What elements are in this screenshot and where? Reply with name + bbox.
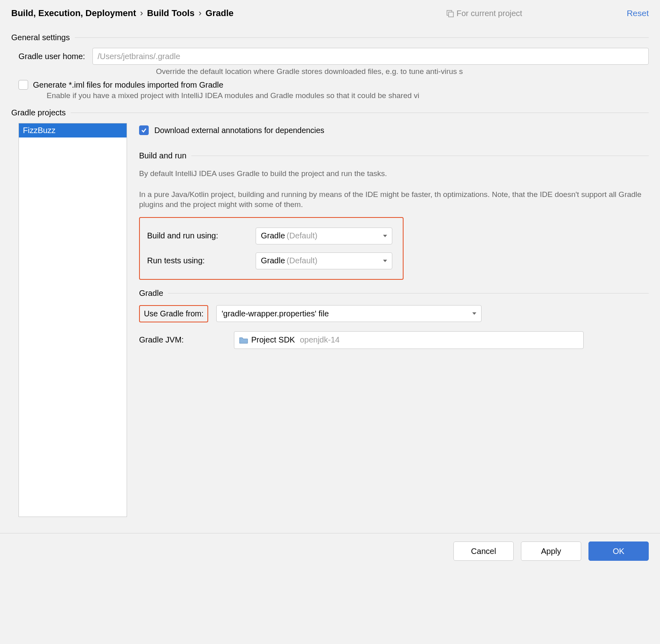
ok-button[interactable]: OK xyxy=(588,541,649,561)
gradle-section-header: Gradle xyxy=(139,289,649,298)
divider xyxy=(71,113,649,113)
generate-iml-hint: Enable if you have a mixed project with … xyxy=(47,91,649,100)
gradle-projects-section-header: Gradle projects xyxy=(11,108,649,117)
breadcrumb-level3[interactable]: Gradle xyxy=(205,8,234,18)
reset-link[interactable]: Reset xyxy=(627,8,649,18)
gradle-user-home-label: Gradle user home: xyxy=(18,52,85,61)
chevron-down-icon xyxy=(382,258,388,264)
gradle-jvm-select[interactable]: Project SDK openjdk-14 xyxy=(234,331,584,349)
apply-button[interactable]: Apply xyxy=(521,541,581,561)
divider xyxy=(168,293,649,293)
general-settings-section-header: General settings xyxy=(11,33,649,42)
generate-iml-checkbox[interactable] xyxy=(18,80,28,90)
gradle-jvm-value: Project SDK xyxy=(251,335,295,345)
gradle-projects-list[interactable]: FizzBuzz xyxy=(18,123,127,517)
build-run-desc1: By default IntelliJ IDEA uses Gradle to … xyxy=(139,168,649,179)
for-current-project-label: For current project xyxy=(446,9,522,18)
folder-icon xyxy=(239,336,248,344)
build-using-select[interactable]: Gradle (Default) xyxy=(256,228,392,244)
breadcrumb-sep-icon: › xyxy=(140,8,143,18)
svg-rect-1 xyxy=(449,12,453,17)
breadcrumb-level2[interactable]: Build Tools xyxy=(147,8,195,18)
build-using-label: Build and run using: xyxy=(147,231,248,240)
chevron-down-icon xyxy=(382,233,388,239)
use-gradle-from-label: Use Gradle from: xyxy=(144,309,203,318)
use-gradle-from-select[interactable]: 'gradle-wrapper.properties' file xyxy=(216,305,482,322)
build-using-default: (Default) xyxy=(287,231,318,240)
project-list-item[interactable]: FizzBuzz xyxy=(19,123,127,137)
gradle-section-title: Gradle xyxy=(139,289,163,298)
gradle-jvm-sdk: openjdk-14 xyxy=(300,335,340,345)
download-annotations-label: Download external annotations for depend… xyxy=(154,126,324,135)
run-tests-value: Gradle xyxy=(261,256,285,265)
gradle-projects-title: Gradle projects xyxy=(11,108,66,117)
cancel-button[interactable]: Cancel xyxy=(453,541,514,561)
gradle-jvm-label: Gradle JVM: xyxy=(139,335,226,345)
download-annotations-checkbox[interactable] xyxy=(139,125,149,135)
build-using-value: Gradle xyxy=(261,231,285,240)
breadcrumb: Build, Execution, Deployment › Build Too… xyxy=(11,8,446,18)
run-tests-select[interactable]: Gradle (Default) xyxy=(256,252,392,269)
breadcrumb-level1[interactable]: Build, Execution, Deployment xyxy=(11,8,136,18)
build-run-desc2: In a pure Java/Kotlin project, building … xyxy=(139,189,649,210)
gradle-user-home-input[interactable] xyxy=(92,48,649,65)
run-tests-default: (Default) xyxy=(287,256,318,265)
highlighted-build-run-box: Build and run using: Gradle (Default) Ru… xyxy=(139,217,404,280)
chevron-down-icon xyxy=(471,311,477,316)
divider xyxy=(191,156,649,156)
project-scope-icon xyxy=(446,9,454,17)
build-and-run-section-header: Build and run xyxy=(139,151,649,160)
highlighted-use-gradle-from-label: Use Gradle from: xyxy=(139,305,208,322)
gradle-user-home-hint: Override the default location where Grad… xyxy=(156,67,649,76)
breadcrumb-sep-icon: › xyxy=(199,8,201,18)
generate-iml-label: Generate *.iml files for modules importe… xyxy=(33,80,223,90)
build-and-run-title: Build and run xyxy=(139,151,187,160)
for-project-text: For current project xyxy=(457,9,522,18)
run-tests-label: Run tests using: xyxy=(147,256,248,265)
general-settings-title: General settings xyxy=(11,33,70,42)
use-gradle-from-value: 'gradle-wrapper.properties' file xyxy=(221,309,329,318)
divider xyxy=(75,37,649,38)
